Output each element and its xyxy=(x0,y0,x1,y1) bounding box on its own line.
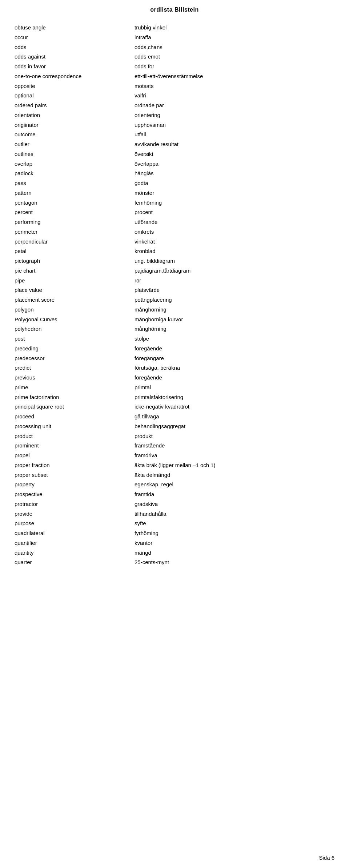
list-item: optional xyxy=(15,91,127,100)
english-word: provide xyxy=(15,510,127,519)
english-word: placement score xyxy=(15,296,127,305)
list-item: purpose xyxy=(15,519,127,528)
list-item: månghörniga kurvor xyxy=(135,315,334,324)
list-item: syfte xyxy=(135,519,334,528)
english-word: outcome xyxy=(15,130,127,139)
english-word: preceding xyxy=(15,344,127,353)
english-word: performing xyxy=(15,218,127,227)
list-item: processing unit xyxy=(15,422,127,431)
english-word: Polygonal Curves xyxy=(15,315,127,324)
list-item: översikt xyxy=(135,150,334,159)
english-word: odds xyxy=(15,43,127,52)
list-item: föregående xyxy=(135,373,334,382)
list-item: pictograph xyxy=(15,257,127,266)
swedish-word: utfall xyxy=(135,130,334,139)
english-word: overlap xyxy=(15,160,127,169)
english-word: petal xyxy=(15,247,127,256)
english-word: odds in favor xyxy=(15,62,127,71)
swedish-word: ung. bilddiagram xyxy=(135,257,334,266)
swedish-word: produkt xyxy=(135,432,334,441)
list-item: stolpe xyxy=(135,334,334,343)
english-word: proceed xyxy=(15,412,127,421)
swedish-word: pajdiagram,tårtdiagram xyxy=(135,266,334,276)
page-title: ordlista Billstein xyxy=(0,0,349,20)
swedish-word: äkta delmängd xyxy=(135,471,334,480)
swedish-word: vinkelrät xyxy=(135,237,334,246)
list-item: pattern xyxy=(15,189,127,198)
page-footer: Sida 6 xyxy=(319,855,334,861)
swedish-word: föregångare xyxy=(135,354,334,363)
swedish-word: icke-negativ kvadratrot xyxy=(135,402,334,411)
english-word: protractor xyxy=(15,500,127,509)
list-item: godta xyxy=(135,179,334,188)
list-item: outcome xyxy=(15,130,127,139)
swedish-word: ordnade par xyxy=(135,101,334,110)
english-word: origiinator xyxy=(15,121,127,130)
list-item: place value xyxy=(15,286,127,295)
english-word: predict xyxy=(15,363,127,373)
list-item: prospective xyxy=(15,490,127,499)
list-item: behandlingsaggregat xyxy=(135,422,334,431)
list-item: rör xyxy=(135,276,334,285)
list-item: kvantor xyxy=(135,539,334,548)
english-word: prime xyxy=(15,383,127,392)
list-item: odds in favor xyxy=(15,62,127,71)
swedish-word: trubbig vinkel xyxy=(135,23,334,32)
swedish-word: primtalsfaktorisering xyxy=(135,393,334,402)
list-item: framdriva xyxy=(135,451,334,460)
swedish-word: odds för xyxy=(135,62,334,71)
list-item: quadrilateral xyxy=(15,529,127,538)
list-item: Polygonal Curves xyxy=(15,315,127,324)
swedish-word: orientering xyxy=(135,111,334,120)
list-item: pajdiagram,tårtdiagram xyxy=(135,266,334,276)
list-item: odds för xyxy=(135,62,334,71)
list-item: quantifier xyxy=(15,539,127,548)
list-item: upphovsman xyxy=(135,121,334,130)
list-item: tillhandahålla xyxy=(135,510,334,519)
english-word: place value xyxy=(15,286,127,295)
english-word: prospective xyxy=(15,490,127,499)
swedish-word: äkta bråk (ligger mellan –1 och 1) xyxy=(135,461,334,470)
list-item: prominent xyxy=(15,441,127,450)
swedish-word: motsats xyxy=(135,82,334,91)
list-item: outlier xyxy=(15,140,127,149)
list-item: outlines xyxy=(15,150,127,159)
list-item: vinkelrät xyxy=(135,237,334,246)
swedish-word: kronblad xyxy=(135,247,334,256)
list-item: kronblad xyxy=(135,247,334,256)
english-word: optional xyxy=(15,91,127,100)
list-item: odds,chans xyxy=(135,43,334,52)
list-item: perpendicular xyxy=(15,237,127,246)
list-item: mängd xyxy=(135,548,334,558)
english-word: ordered pairs xyxy=(15,101,127,110)
swedish-word: godta xyxy=(135,179,334,188)
swedish-word: förutsäga, beräkna xyxy=(135,363,334,373)
list-item: perimeter xyxy=(15,228,127,237)
list-item: quantity xyxy=(15,548,127,558)
swedish-word: månghörniga kurvor xyxy=(135,315,334,324)
english-word: odds against xyxy=(15,52,127,61)
list-item: occur xyxy=(15,33,127,42)
list-item: 25-cents-mynt xyxy=(135,558,334,567)
list-item: padlock xyxy=(15,169,127,178)
swedish-word: hänglås xyxy=(135,169,334,178)
swedish-word: föregående xyxy=(135,344,334,353)
list-item: propel xyxy=(15,451,127,460)
left-column: obtuse angleoccuroddsodds againstodds in… xyxy=(15,23,127,568)
swedish-word: omkrets xyxy=(135,228,334,237)
list-item: framtida xyxy=(135,490,334,499)
swedish-word: inträffa xyxy=(135,33,334,42)
english-word: pattern xyxy=(15,189,127,198)
list-item: predecessor xyxy=(15,354,127,363)
right-column: trubbig vinkelinträffaodds,chansodds emo… xyxy=(127,23,334,568)
english-word: pass xyxy=(15,179,127,188)
english-word: previous xyxy=(15,373,127,382)
list-item: ett-till-ett-överensstämmelse xyxy=(135,72,334,81)
list-item: inträffa xyxy=(135,33,334,42)
list-item: petal xyxy=(15,247,127,256)
swedish-word: valfri xyxy=(135,91,334,100)
list-item: utfall xyxy=(135,130,334,139)
english-word: quarter xyxy=(15,558,127,567)
english-word: product xyxy=(15,432,127,441)
list-item: omkrets xyxy=(135,228,334,237)
